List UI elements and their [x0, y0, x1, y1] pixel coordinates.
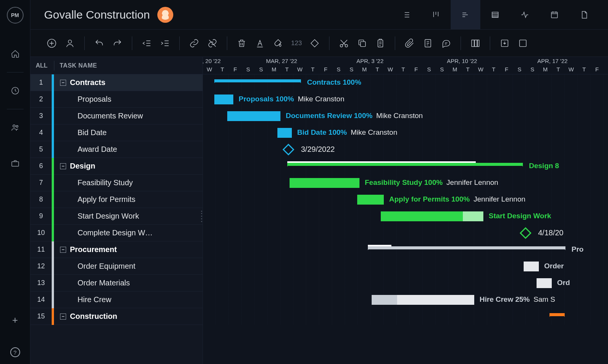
bar-label: Bid Date 100%Mike Cranston [297, 128, 397, 137]
milestone-diamond[interactable] [282, 143, 294, 155]
recent-icon[interactable] [7, 82, 24, 99]
task-row[interactable]: 4Bid Date [30, 124, 203, 141]
day-label: T [306, 66, 319, 72]
redo-button[interactable] [110, 36, 125, 51]
task-row[interactable]: 15−Construction [30, 308, 203, 325]
gantt-row[interactable]: 3/29/2022 [203, 141, 608, 158]
summary-bar[interactable] [549, 313, 565, 316]
week-label: MAR, 27 '22 [266, 58, 297, 64]
outdent-button[interactable] [139, 36, 154, 51]
task-row[interactable]: 5Award Date [30, 141, 203, 158]
summary-bar[interactable] [287, 163, 523, 166]
column-all[interactable]: ALL [30, 62, 54, 69]
import-button[interactable] [497, 36, 512, 51]
task-row[interactable]: 9Start Design Work [30, 208, 203, 225]
gantt-row[interactable]: Pro [203, 241, 608, 258]
task-bar[interactable] [381, 211, 483, 221]
gantt-row[interactable]: Feasibility Study 100%Jennifer Lennon [203, 175, 608, 191]
text-color-button[interactable] [252, 36, 268, 51]
svg-rect-10 [361, 41, 366, 46]
unlink-button[interactable] [205, 36, 220, 51]
gantt-row[interactable]: Ord [203, 275, 608, 292]
bar-label: Pro [572, 245, 584, 254]
milestone-diamond[interactable] [519, 227, 531, 239]
gantt-row[interactable]: 4/18/20 [203, 225, 608, 241]
task-bar[interactable] [227, 111, 280, 121]
bar-assignee: Sam S [534, 295, 555, 303]
fill-color-button[interactable] [271, 36, 286, 51]
app-logo[interactable]: PM [7, 7, 24, 24]
gantt-row[interactable]: Start Design Work [203, 208, 608, 225]
gantt-row[interactable]: Contracts 100% [203, 74, 608, 91]
task-bar[interactable] [537, 278, 552, 288]
gantt-row[interactable]: Bid Date 100%Mike Cranston [203, 124, 608, 141]
task-bar[interactable] [290, 178, 359, 188]
collapse-toggle[interactable]: − [60, 314, 66, 320]
gantt-row[interactable]: Hire Crew 25%Sam S [203, 292, 608, 308]
column-task-name[interactable]: TASK NAME [54, 62, 97, 69]
view-dashboard[interactable] [510, 0, 540, 30]
view-gantt[interactable] [451, 0, 480, 30]
task-row[interactable]: 10Complete Design W… [30, 225, 203, 241]
summary-bar[interactable] [368, 246, 565, 249]
portfolio-icon[interactable] [7, 155, 24, 172]
task-row[interactable]: 13Order Materials [30, 275, 203, 292]
task-row[interactable]: 12Order Equipment [30, 258, 203, 275]
copy-button[interactable] [355, 36, 370, 51]
add-task-button[interactable] [44, 36, 59, 51]
team-icon[interactable] [7, 119, 24, 136]
bar-label: Start Design Work [489, 212, 551, 220]
view-board[interactable] [421, 0, 451, 30]
notes-button[interactable] [420, 36, 435, 51]
gantt-row[interactable] [203, 308, 608, 325]
add-icon[interactable]: + [12, 314, 18, 326]
undo-button[interactable] [92, 36, 107, 51]
export-button[interactable] [515, 36, 530, 51]
day-label: S [345, 66, 358, 72]
assign-button[interactable] [62, 36, 78, 51]
columns-button[interactable] [468, 36, 483, 51]
gantt-row[interactable]: Order [203, 258, 608, 275]
task-row[interactable]: 7Feasibility Study [30, 175, 203, 191]
task-row[interactable]: 6−Design [30, 158, 203, 175]
task-bar[interactable] [372, 295, 474, 305]
task-row[interactable]: 8Apply for Permits [30, 191, 203, 208]
day-label: T [461, 66, 474, 72]
paste-button[interactable] [373, 36, 388, 51]
task-bar[interactable] [277, 128, 292, 138]
task-bar[interactable] [357, 195, 384, 205]
gantt-row[interactable]: Documents Review 100%Mike Cranston [203, 108, 608, 124]
user-avatar[interactable] [157, 7, 173, 23]
home-icon[interactable] [7, 46, 24, 62]
gantt-row[interactable]: Apply for Permits 100%Jennifer Lennon [203, 191, 608, 208]
collapse-toggle[interactable]: − [60, 80, 66, 86]
task-row[interactable]: 14Hire Crew [30, 292, 203, 308]
task-row[interactable]: 2Proposals [30, 91, 203, 108]
link-button[interactable] [187, 36, 202, 51]
view-sheet[interactable] [480, 0, 510, 30]
comment-button[interactable] [439, 36, 454, 51]
delete-button[interactable] [234, 36, 249, 51]
indent-button[interactable] [157, 36, 173, 51]
gantt-panel[interactable]: , 20 '22 MAR, 27 '22APR, 3 '22APR, 10 '2… [203, 57, 608, 364]
task-row[interactable]: 11−Procurement [30, 241, 203, 258]
gantt-row[interactable]: Proposals 100%Mike Cranston [203, 91, 608, 108]
task-row[interactable]: 3Documents Review [30, 108, 203, 124]
help-icon[interactable]: ? [10, 347, 20, 357]
attachment-button[interactable] [402, 36, 417, 51]
collapse-toggle[interactable]: − [60, 247, 66, 253]
milestone-button[interactable] [307, 36, 322, 51]
gantt-row[interactable]: Design 8 [203, 158, 608, 175]
svg-point-1 [13, 125, 15, 127]
summary-bar[interactable] [214, 79, 301, 82]
cut-button[interactable] [336, 36, 352, 51]
milestone-date: 4/18/20 [538, 228, 564, 237]
task-row[interactable]: 1−Contracts [30, 74, 203, 91]
task-bar[interactable] [214, 95, 233, 104]
view-calendar[interactable] [540, 0, 569, 30]
task-name: Complete Design W… [54, 228, 153, 237]
task-bar[interactable] [524, 262, 539, 271]
view-file[interactable] [569, 0, 599, 30]
collapse-toggle[interactable]: − [60, 163, 66, 169]
view-list[interactable] [391, 0, 421, 30]
